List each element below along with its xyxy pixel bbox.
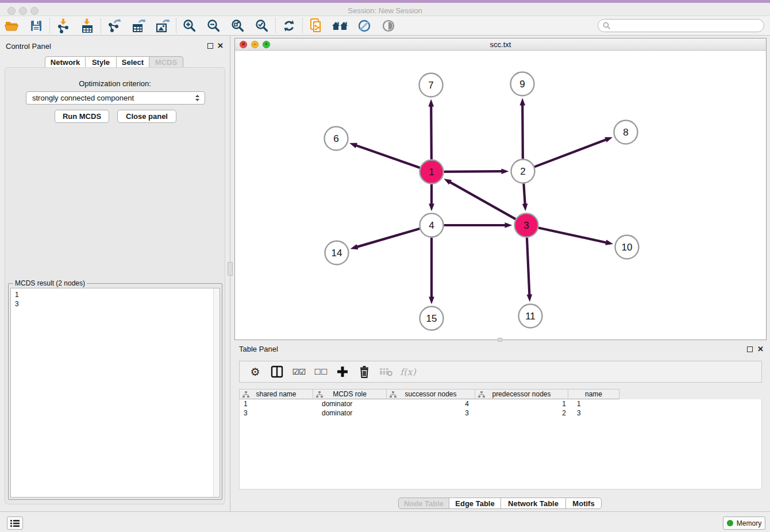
network-graph[interactable]: 7968124314101511 [235,51,766,340]
table-cell-mcds_role[interactable]: dominator [314,408,387,418]
export-image-icon [155,18,170,33]
import-network-button[interactable] [51,17,75,34]
contrast-button[interactable] [376,17,401,34]
export-table-button[interactable] [126,17,151,34]
tab-select[interactable]: Select [116,56,149,68]
table-cell-name[interactable]: 1 [569,399,620,408]
zoom-out-button[interactable] [202,17,226,34]
refresh-layout-button[interactable] [277,17,301,34]
network-view-titlebar[interactable]: scc.txt ✕ − + [235,38,766,51]
table-row[interactable]: 3dominator323 [240,408,761,418]
table-cell-successor_nodes[interactable]: 4 [387,399,476,408]
unchecked-boxes-icon: ☐☐ [314,367,327,376]
graph-node-label: 15 [426,313,437,324]
table-row[interactable]: 1dominator411 [240,399,761,408]
result-scrollbar[interactable] [213,288,220,497]
optimization-criterion-value: strongly connected component [32,94,134,102]
home-icon [332,20,349,32]
tab-motifs[interactable]: Motifs [565,498,602,509]
run-mcds-button[interactable]: Run MCDS [55,110,109,123]
graph-edge-4-14[interactable] [356,229,419,247]
graph-edge-arrowhead [501,168,509,174]
deselect-all-button[interactable]: ☐☐ [310,363,332,380]
table-cell-predecessor_nodes[interactable]: 1 [476,399,569,408]
status-bar: Memory [0,511,770,532]
export-image-button[interactable] [151,17,175,34]
search-input[interactable] [611,20,764,32]
save-session-button[interactable] [24,17,48,34]
column-header-name[interactable]: name [568,389,619,399]
export-network-button[interactable] [102,17,126,34]
graph-edge-2-3[interactable] [523,183,525,205]
toolbar-separator [302,18,303,33]
hide-button[interactable] [352,17,376,34]
graph-edge-1-6[interactable] [355,145,420,168]
table-cell-successor_nodes[interactable]: 3 [387,408,476,418]
mcds-panel-body: Optimization criterion: strongly connect… [5,67,225,504]
open-session-button[interactable] [0,17,24,34]
table-panel-float-button[interactable] [747,346,753,352]
vertical-splitter-handle[interactable] [228,262,233,276]
network-close-button[interactable]: ✕ [240,41,247,48]
task-history-button[interactable] [7,516,23,530]
graph-edge-3-11[interactable] [527,237,530,296]
graph-node-label: 14 [332,248,342,259]
mcds-result-textarea[interactable]: 1 3 [10,288,220,498]
zoom-selected-button[interactable] [250,17,274,34]
column-header-shared-name[interactable]: shared name [239,389,313,399]
graph-edge-1-2[interactable] [444,171,503,172]
control-panel-close-button[interactable]: ✕ [217,43,224,49]
graph-edge-3-1[interactable] [449,182,515,219]
graph-node-label: 3 [523,220,529,231]
close-panel-button[interactable]: Close panel [117,110,176,123]
column-header-mcds-role[interactable]: MCDS role [313,389,387,399]
table-cell-shared_name[interactable]: 3 [240,408,314,418]
graph-edge-2-8[interactable] [534,139,607,167]
split-columns-button[interactable] [266,363,288,380]
network-maximize-button[interactable]: + [263,41,270,48]
share-network-button[interactable] [304,17,328,34]
table-cell-mcds_role[interactable]: dominator [314,399,387,408]
table-panel-close-button[interactable]: ✕ [757,346,764,352]
tab-node-table[interactable]: Node Table [398,498,449,509]
table-cell-name[interactable]: 3 [569,408,620,418]
zoom-out-icon [207,19,221,33]
tab-style[interactable]: Style [85,56,117,68]
tab-network[interactable]: Network [45,56,86,68]
table-browser-tabs: Node Table Edge Table Network Table Moti… [398,498,602,509]
network-minimize-button[interactable]: − [251,41,259,48]
memory-button[interactable]: Memory [723,516,765,530]
settings-gear-button[interactable]: ⚙ [244,363,266,380]
network-view-window: scc.txt ✕ − + 7968124314101511 [234,38,767,340]
graph-edge-1-7[interactable] [431,105,432,159]
import-table-button[interactable] [75,17,99,34]
optimization-criterion-select[interactable]: strongly connected component [26,91,205,105]
memory-label: Memory [737,519,761,527]
delete-table-button[interactable] [375,363,397,380]
table-cell-predecessor_nodes[interactable]: 2 [476,408,569,418]
table-cell-shared_name[interactable]: 1 [240,399,314,408]
column-header-successor-nodes[interactable]: successor nodes [387,389,475,399]
tab-network-table[interactable]: Network Table [500,498,566,509]
search-field[interactable] [598,19,764,32]
function-builder-button[interactable]: f(x) [397,363,419,380]
zoom-fit-button[interactable] [226,17,250,34]
select-all-button[interactable]: ☑☑ [288,363,310,380]
zoom-in-button[interactable] [178,17,202,34]
column-label: name [585,390,602,398]
tab-mcds[interactable]: MCDS [149,56,183,68]
delete-column-button[interactable] [353,363,375,380]
graph-node-label: 6 [333,133,338,144]
graph-edge-arrowhead [605,137,613,142]
network-canvas[interactable]: 7968124314101511 [235,51,766,340]
horizontal-splitter-handle[interactable] [498,338,502,342]
graph-edge-3-10[interactable] [538,228,607,243]
search-icon [603,22,611,30]
graph-edge-2-9[interactable] [522,103,523,159]
control-panel-float-button[interactable] [207,43,213,49]
tab-edge-table[interactable]: Edge Table [449,498,501,509]
column-header-predecessor-nodes[interactable]: predecessor nodes [475,389,568,399]
home-button[interactable] [328,17,352,34]
add-column-button[interactable] [332,363,353,380]
graph-edge-arrowhead [429,204,434,211]
